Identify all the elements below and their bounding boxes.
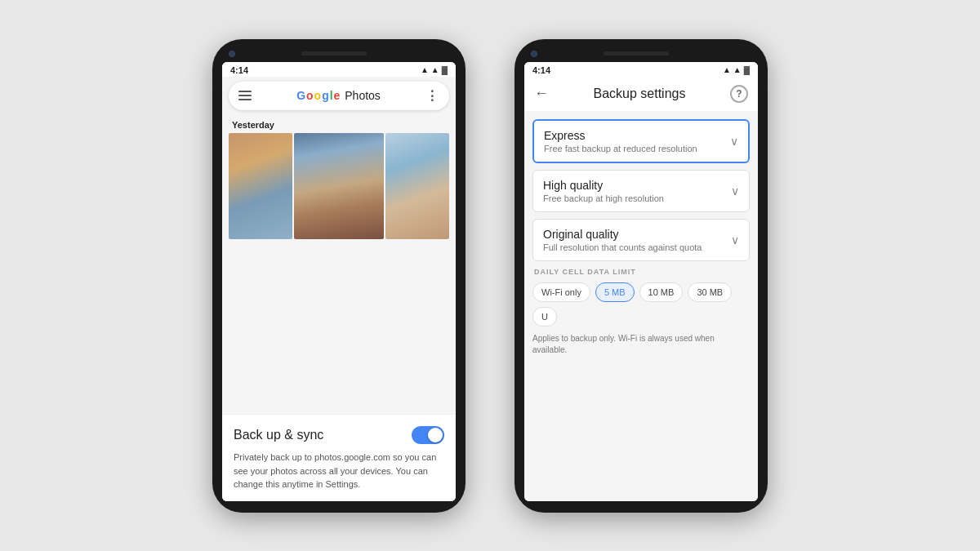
- backup-description: Privately back up to photos.google.com s…: [234, 451, 444, 491]
- quality-original-desc: Full resolution that counts against quot…: [543, 242, 702, 252]
- phone-2: 4:14 ▲ ▲ ▓ ← Backup settings ? Express F…: [514, 39, 768, 513]
- high-chevron-icon: ∨: [731, 184, 739, 198]
- quality-express-name: Express: [544, 129, 697, 142]
- settings-toolbar: ← Backup settings ?: [524, 77, 758, 111]
- phone-2-status-bar: 4:14 ▲ ▲ ▓: [524, 62, 758, 77]
- logo-e: e: [334, 89, 341, 102]
- photos-toolbar: Google Photos ⋮: [229, 82, 449, 110]
- data-limit-label: DAILY CELL DATA LIMIT: [532, 268, 750, 276]
- photo-desert[interactable]: [229, 133, 292, 239]
- chip-u[interactable]: U: [532, 307, 557, 327]
- backup-header: Back up & sync: [234, 426, 444, 444]
- google-photos-logo: Google Photos: [296, 89, 381, 102]
- quality-original-text: Original quality Full resolution that co…: [543, 228, 702, 252]
- phone-1-top-bar: [222, 51, 456, 62]
- quality-high-name: High quality: [543, 179, 664, 192]
- phone-1: 4:14 ▲ ▲ ▓ Google Photos ⋮: [212, 39, 466, 513]
- phone-2-top-bar: [524, 51, 758, 62]
- phone-1-screen: 4:14 ▲ ▲ ▓ Google Photos ⋮: [222, 62, 456, 501]
- phone-1-sensors: [433, 51, 449, 56]
- settings-page-title: Backup settings: [594, 87, 686, 101]
- backup-toggle[interactable]: [412, 426, 444, 444]
- original-chevron-icon: ∨: [731, 233, 739, 247]
- quality-express-desc: Free fast backup at reduced resolution: [544, 144, 697, 153]
- logo-g: G: [296, 89, 305, 102]
- settings-app: ← Backup settings ? Express Free fast ba…: [524, 77, 758, 501]
- phone-1-status-bar: 4:14 ▲ ▲ ▓: [222, 62, 456, 77]
- quality-option-high[interactable]: High quality Free backup at high resolut…: [532, 170, 750, 212]
- logo-o2: o: [314, 89, 322, 102]
- wifi-icon: ▲: [421, 65, 429, 74]
- data-limit-chips: Wi-Fi only 5 MB 10 MB 30 MB U: [532, 282, 750, 327]
- express-chevron-icon: ∨: [730, 135, 738, 148]
- more-options-icon[interactable]: ⋮: [425, 88, 439, 104]
- hamburger-line-1: [238, 91, 252, 92]
- photo-beach[interactable]: [385, 133, 449, 239]
- quality-high-desc: Free backup at high resolution: [543, 193, 664, 203]
- logo-l: l: [330, 89, 333, 102]
- help-button[interactable]: ?: [730, 85, 748, 103]
- phone-2-status-icons: ▲ ▲ ▓: [723, 65, 750, 74]
- phone-2-time: 4:14: [532, 65, 550, 75]
- chip-10mb[interactable]: 10 MB: [639, 282, 684, 302]
- phone-2-speaker: [604, 51, 669, 56]
- chip-30mb[interactable]: 30 MB: [688, 282, 732, 302]
- quality-option-express[interactable]: Express Free fast backup at reduced reso…: [532, 119, 750, 163]
- signal-icon: ▲: [431, 65, 439, 74]
- battery-icon: ▓: [442, 65, 448, 74]
- data-limit-note: Applies to backup only. Wi-Fi is always …: [532, 333, 750, 356]
- logo-o1: o: [306, 89, 314, 102]
- signal-icon-2: ▲: [733, 65, 742, 74]
- wifi-icon-2: ▲: [723, 65, 731, 74]
- hamburger-line-2: [238, 95, 252, 96]
- phone-2-sensors: [735, 51, 751, 56]
- hamburger-line-3: [238, 99, 252, 100]
- phone-2-screen: 4:14 ▲ ▲ ▓ ← Backup settings ? Express F…: [524, 62, 758, 501]
- hamburger-menu[interactable]: [238, 91, 252, 100]
- settings-content: Express Free fast backup at reduced reso…: [524, 111, 758, 501]
- photo-grid: [222, 133, 456, 239]
- quality-express-text: Express Free fast backup at reduced reso…: [544, 129, 697, 153]
- battery-icon-2: ▓: [744, 65, 750, 74]
- date-label: Yesterday: [222, 115, 456, 133]
- chip-wifi-only[interactable]: Wi-Fi only: [532, 282, 590, 302]
- backup-title: Back up & sync: [234, 428, 323, 442]
- quality-original-name: Original quality: [543, 228, 702, 241]
- phone-1-camera: [229, 51, 235, 57]
- phone-1-time: 4:14: [230, 65, 248, 75]
- phone-1-status-icons: ▲ ▲ ▓: [421, 65, 448, 74]
- photos-label: Photos: [345, 89, 381, 102]
- phone-1-speaker: [301, 51, 367, 56]
- photos-app: Google Photos ⋮ Yesterday Back up & sync: [222, 77, 456, 501]
- back-button[interactable]: ←: [534, 85, 549, 102]
- photos-content: Yesterday: [222, 115, 456, 415]
- logo-g2: g: [322, 89, 329, 102]
- backup-card: Back up & sync Privately back up to phot…: [222, 414, 456, 501]
- chip-5mb[interactable]: 5 MB: [595, 282, 635, 302]
- photo-family[interactable]: [294, 133, 384, 239]
- quality-high-text: High quality Free backup at high resolut…: [543, 179, 664, 203]
- phone-2-camera: [531, 51, 537, 57]
- data-limit-section: DAILY CELL DATA LIMIT Wi-Fi only 5 MB 10…: [532, 268, 750, 356]
- quality-option-original[interactable]: Original quality Full resolution that co…: [532, 219, 750, 261]
